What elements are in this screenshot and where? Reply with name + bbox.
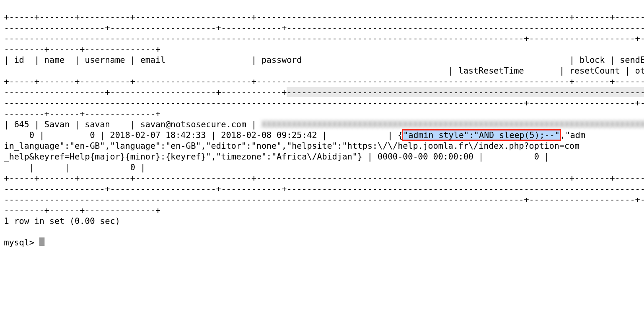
table-row: | | 0 |: [4, 162, 145, 172]
table-border: ----------------------------------------…: [4, 98, 644, 108]
table-header: | id | name | username | email | passwor…: [4, 55, 644, 65]
table-border: ----------------------------------------…: [4, 195, 644, 204]
table-row: ,"adm: [560, 130, 586, 140]
mysql-prompt[interactable]: mysql>: [4, 237, 39, 247]
table-border: --------------------+-------------------…: [4, 184, 644, 194]
table-border: +-----+-------+----------+--------------…: [4, 173, 644, 183]
cursor-icon: [39, 237, 45, 246]
result-summary: 1 row in set (0.00 sec): [4, 216, 120, 226]
table-border: --------+------+--------------+: [4, 205, 161, 215]
table-row: | 645 | Savan | savan | savan@notsosecur…: [4, 119, 262, 129]
highlighted-injection: "admin_style":"AND sleep(5);--": [403, 130, 560, 140]
table-row: _help&keyref=Help{major}{minor}:{keyref}…: [4, 152, 564, 161]
table-border: ----------------------------------------…: [4, 33, 644, 43]
table-border: --------+------+--------------+: [4, 109, 161, 119]
table-border: --------------------+-------------------…: [4, 23, 644, 33]
terminal-output: +-----+-------+----------+--------------…: [0, 0, 644, 251]
table-border: +-----+-------+----------+--------------…: [4, 76, 644, 86]
table-border-selected: ----------------------------------------…: [287, 87, 644, 97]
redacted-password: XXXXXXXXXXXXXXXXXXXXXXXXXXXXXXXXXXXXXXXX…: [262, 119, 644, 129]
table-border: +-----+-------+----------+--------------…: [4, 12, 644, 22]
table-row: in_language":"en-GB","language":"en-GB",…: [4, 141, 580, 151]
table-border: --------+------+--------------+: [4, 44, 161, 54]
table-border: --------------------+-------------------…: [4, 87, 287, 97]
table-row: 0 | 0 | 2018-02-07 18:42:33 | 2018-02-08…: [4, 130, 403, 140]
table-header: | lastResetTime | resetCount | otpKey | …: [4, 66, 644, 76]
